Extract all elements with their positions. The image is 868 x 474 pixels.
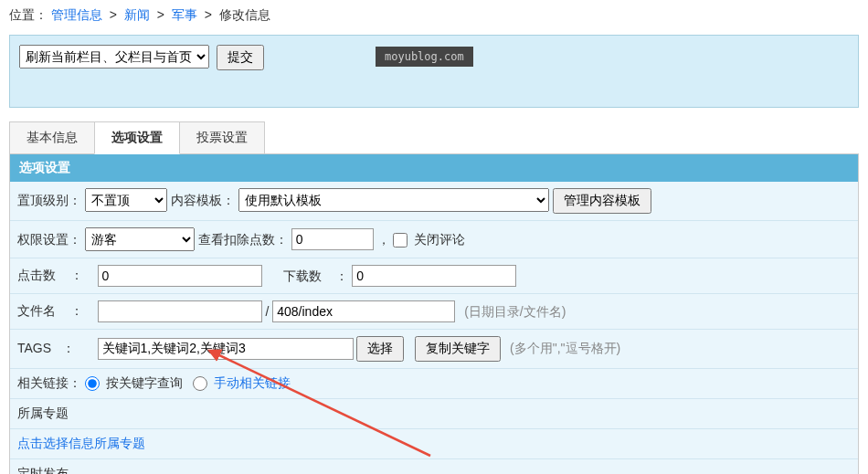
- related-keyword-radio[interactable]: [85, 376, 100, 391]
- schedule-label: 定时发布: [17, 466, 69, 474]
- downloads-input[interactable]: [352, 265, 516, 287]
- related-manual-link[interactable]: 手动相关链接: [214, 375, 291, 390]
- breadcrumb-link-news[interactable]: 新闻: [124, 7, 150, 22]
- permission-label: 权限设置：: [17, 232, 81, 247]
- manage-tpl-button[interactable]: 管理内容模板: [553, 188, 651, 214]
- breadcrumb-link-manage[interactable]: 管理信息: [51, 7, 102, 22]
- breadcrumb-prefix: 位置：: [9, 7, 48, 22]
- tags-select-button[interactable]: 选择: [356, 336, 404, 362]
- breadcrumb: 位置： 管理信息 > 新闻 > 军事 > 修改信息: [0, 0, 868, 31]
- deduct-input[interactable]: [291, 228, 374, 250]
- refresh-panel: 刷新当前栏目、父栏目与首页 提交 moyublog.com: [9, 35, 859, 108]
- breadcrumb-sep: >: [205, 7, 212, 22]
- related-manual-radio[interactable]: [193, 376, 207, 391]
- tags-hint: (多个用","逗号格开): [510, 341, 620, 355]
- tabs: 基本信息 选项设置 投票设置: [9, 121, 859, 154]
- filename-hint: (日期目录/文件名): [464, 304, 566, 319]
- filename-name-input[interactable]: [272, 300, 455, 322]
- breadcrumb-sep: >: [110, 7, 117, 22]
- panel-header: 选项设置: [10, 154, 858, 182]
- tags-input[interactable]: [98, 338, 354, 360]
- close-comment-label: 关闭评论: [414, 232, 465, 247]
- special-label: 所属专题: [17, 406, 69, 420]
- breadcrumb-sep: >: [157, 7, 164, 22]
- deduct-label: 查看扣除点数：: [198, 232, 288, 247]
- permission-select[interactable]: 游客: [85, 227, 195, 251]
- form-table: 置顶级别： 不置顶 内容模板： 使用默认模板 管理内容模板 权限设置： 游客 查…: [10, 182, 858, 474]
- downloads-label: 下载数: [283, 269, 322, 283]
- watermark: moyublog.com: [376, 47, 473, 67]
- close-comment-checkbox[interactable]: [393, 233, 408, 248]
- tab-options[interactable]: 选项设置: [94, 121, 180, 154]
- tags-copy-button[interactable]: 复制关键字: [415, 336, 501, 362]
- refresh-select[interactable]: 刷新当前栏目、父栏目与首页: [19, 45, 209, 68]
- related-opt1: 按关键字查询: [106, 375, 183, 390]
- submit-button[interactable]: 提交: [217, 45, 264, 70]
- content-tpl-select[interactable]: 使用默认模板: [238, 188, 549, 212]
- content-tpl-label: 内容模板：: [171, 193, 235, 207]
- content-panel: 选项设置 置顶级别： 不置顶 内容模板： 使用默认模板 管理内容模板 权限设置：…: [9, 153, 859, 474]
- top-level-label: 置顶级别：: [17, 193, 81, 207]
- tab-basic[interactable]: 基本信息: [9, 121, 95, 154]
- clicks-input[interactable]: [98, 265, 262, 287]
- filename-dir-input[interactable]: [98, 300, 262, 322]
- clicks-label: 点击数: [17, 268, 56, 282]
- top-level-select[interactable]: 不置顶: [85, 188, 167, 212]
- filename-label: 文件名: [17, 303, 56, 318]
- deduct-sep: ，: [377, 232, 390, 247]
- breadcrumb-link-military[interactable]: 军事: [172, 7, 197, 22]
- special-select-link[interactable]: 点击选择信息所属专题: [17, 436, 145, 450]
- tags-label: TAGS: [17, 341, 51, 355]
- related-label: 相关链接：: [17, 375, 81, 390]
- breadcrumb-current: 修改信息: [219, 7, 270, 22]
- filename-sep: /: [265, 304, 269, 319]
- tab-vote[interactable]: 投票设置: [179, 121, 265, 154]
